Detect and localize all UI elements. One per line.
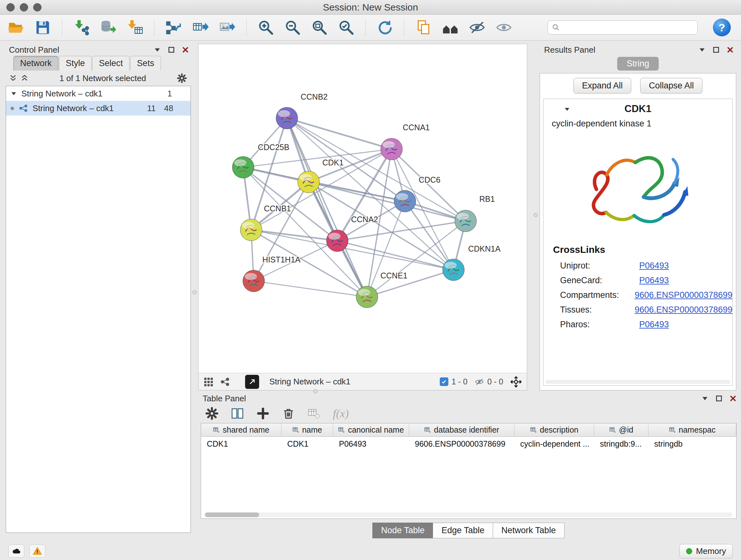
maximize-panel-icon[interactable]: [168, 46, 175, 53]
crosslink-link[interactable]: P06493: [639, 261, 669, 271]
table-cell[interactable]: stringdb: [649, 437, 736, 451]
network-node[interactable]: CCNB2: [276, 92, 328, 129]
gene-horizontal-scrollbar[interactable]: [545, 380, 731, 384]
network-collection-row[interactable]: String Network – cdk1 1: [6, 86, 191, 101]
zoom-out-button[interactable]: [282, 17, 303, 38]
tab-style[interactable]: Style: [59, 56, 91, 71]
expand-all-button[interactable]: Expand All: [574, 78, 631, 94]
toggle-glass-effect-button[interactable]: [467, 17, 487, 38]
close-panel-icon[interactable]: [727, 46, 734, 53]
maximize-panel-icon[interactable]: [713, 46, 720, 53]
network-edge[interactable]: [367, 270, 454, 297]
table-horizontal-scrollbar[interactable]: [205, 512, 732, 517]
gene-collapse-icon[interactable]: [564, 106, 570, 112]
search-input[interactable]: [562, 23, 693, 33]
table-cell[interactable]: CDK1: [281, 437, 333, 451]
crosslink-link[interactable]: P06493: [639, 275, 669, 286]
column-header[interactable]: @id: [594, 423, 649, 437]
splitter-handle[interactable]: [313, 389, 318, 393]
crosslink-link[interactable]: 9606.ENSP00000378699: [635, 305, 732, 315]
function-builder-button[interactable]: f(x): [333, 407, 349, 420]
select-columns-icon[interactable]: [231, 407, 244, 420]
zoom-window-button[interactable]: [33, 3, 42, 11]
float-panel-icon[interactable]: [154, 46, 161, 53]
minimize-window-button[interactable]: [20, 3, 28, 11]
network-node[interactable]: CCNE1: [356, 271, 408, 308]
network-edge[interactable]: [251, 230, 337, 241]
memory-button[interactable]: Memory: [679, 544, 733, 558]
close-window-button[interactable]: [6, 3, 15, 11]
zoom-in-button[interactable]: [256, 17, 276, 38]
string-app-button[interactable]: [440, 17, 461, 38]
import-table-button[interactable]: [125, 17, 145, 38]
table-cell[interactable]: P06493: [333, 437, 409, 451]
column-header[interactable]: canonical name: [333, 423, 409, 437]
tab-node-table[interactable]: Node Table: [373, 523, 433, 538]
cloud-status-button[interactable]: [8, 544, 24, 558]
table-row[interactable]: CDK1 CDK1 P06493 9606.ENSP00000378699 cy…: [201, 437, 736, 451]
selected-count-checkbox[interactable]: [440, 377, 448, 386]
network-view-share-icon[interactable]: [220, 377, 230, 387]
save-session-button[interactable]: [32, 17, 53, 38]
close-panel-icon[interactable]: [730, 395, 737, 402]
import-network-file-button[interactable]: [71, 17, 91, 38]
open-session-button[interactable]: [6, 17, 26, 38]
collection-expander-icon[interactable]: [10, 90, 17, 97]
tab-sets[interactable]: Sets: [130, 56, 161, 71]
toggle-labels-button[interactable]: [494, 17, 514, 38]
refresh-view-button[interactable]: [375, 17, 395, 38]
close-panel-icon[interactable]: [182, 46, 189, 53]
column-header[interactable]: description: [515, 423, 594, 437]
grid-view-icon[interactable]: [204, 377, 213, 387]
maximize-panel-icon[interactable]: [716, 395, 723, 402]
export-table-button[interactable]: [190, 17, 211, 38]
column-header[interactable]: namespac: [649, 423, 736, 437]
tab-select[interactable]: Select: [92, 56, 130, 71]
crosslink-link[interactable]: P06493: [639, 320, 669, 329]
warnings-button[interactable]: [29, 544, 45, 558]
expand-all-networks-icon[interactable]: [9, 74, 17, 82]
tab-edge-table[interactable]: Edge Table: [433, 523, 493, 538]
table-cell[interactable]: cyclin-dependent ...: [515, 437, 594, 451]
network-edge[interactable]: [254, 281, 367, 297]
splitter-handle[interactable]: [534, 213, 538, 217]
add-column-icon[interactable]: [256, 407, 270, 420]
detach-view-button[interactable]: [245, 375, 259, 389]
scrollbar-thumb[interactable]: [205, 512, 259, 517]
column-header[interactable]: shared name: [201, 423, 281, 437]
network-node[interactable]: CCNA1: [381, 123, 430, 160]
tab-network-table[interactable]: Network Table: [493, 523, 564, 538]
export-image-button[interactable]: [217, 17, 238, 38]
delete-column-icon[interactable]: [282, 407, 295, 420]
network-options-gear-icon[interactable]: [177, 73, 187, 83]
table-cell[interactable]: 9606.ENSP00000378699: [409, 437, 515, 451]
delete-table-icon[interactable]: [307, 407, 321, 420]
import-network-database-button[interactable]: [98, 17, 118, 38]
network-node[interactable]: CDC25B: [232, 143, 289, 178]
column-header[interactable]: name: [281, 423, 333, 437]
tab-network[interactable]: Network: [13, 56, 58, 71]
network-edge[interactable]: [287, 118, 466, 221]
zoom-selected-button[interactable]: [336, 17, 356, 38]
help-button[interactable]: ?: [713, 18, 731, 37]
network-canvas[interactable]: CCNB2CCNA1CDC25BCDK1CDC6RB1CCNB1CCNA2CDK…: [199, 44, 527, 373]
network-node[interactable]: CCNA2: [327, 215, 378, 252]
table-settings-gear-icon[interactable]: [205, 407, 219, 420]
table-cell[interactable]: stringdb:9...: [594, 437, 649, 451]
copy-document-button[interactable]: [413, 17, 434, 38]
column-header[interactable]: database identifier: [409, 423, 515, 437]
splitter-handle[interactable]: [192, 290, 197, 294]
zoom-fit-button[interactable]: [309, 17, 330, 38]
new-network-from-selection-button[interactable]: [163, 17, 184, 38]
table-cell[interactable]: CDK1: [201, 437, 281, 451]
float-panel-icon[interactable]: [698, 46, 705, 53]
network-node[interactable]: RB1: [455, 194, 495, 232]
network-edge[interactable]: [287, 118, 392, 149]
crosslink-link[interactable]: 9606.ENSP00000378699: [635, 290, 732, 300]
network-row[interactable]: String Network – cdk1 11 48: [6, 101, 191, 116]
search-box[interactable]: [548, 20, 697, 35]
collapse-all-networks-icon[interactable]: [20, 74, 29, 82]
network-node[interactable]: CDKN1A: [443, 244, 501, 281]
network-edge[interactable]: [287, 118, 367, 297]
tab-string[interactable]: String: [617, 57, 659, 71]
